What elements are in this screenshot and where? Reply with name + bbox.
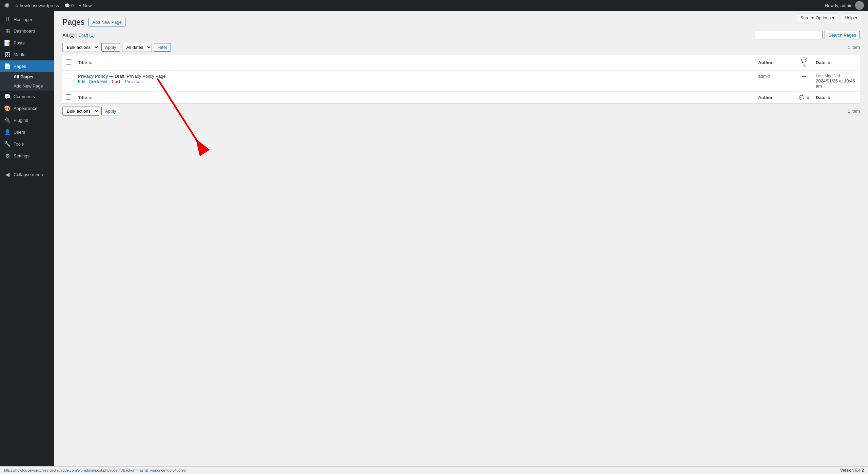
- bulk-actions-top-select[interactable]: Bulk actions: [62, 43, 99, 52]
- add-new-page-button[interactable]: Add New Page: [88, 18, 125, 26]
- settings-icon: ⚙: [4, 153, 11, 159]
- date-label: Last Modified: [816, 74, 856, 78]
- sidebar-pages-label: Pages: [14, 64, 26, 69]
- footer-author-header: Author: [755, 92, 795, 104]
- filter-link-all[interactable]: All (1): [62, 33, 75, 38]
- footer-select-all-checkbox[interactable]: [66, 94, 71, 100]
- plugins-icon: 🔌: [4, 117, 11, 124]
- table-header: Title ⇅ Author 💬 ⇅ Date ⇅: [62, 55, 860, 71]
- all-dates-select[interactable]: All dates: [122, 43, 152, 52]
- apply-top-button[interactable]: Apply: [101, 43, 120, 52]
- title-column-header[interactable]: Title ⇅: [75, 55, 755, 71]
- footer-date-header[interactable]: Date ⇅: [812, 92, 860, 104]
- sidebar-media-label: Media: [14, 52, 25, 57]
- sidebar-item-settings[interactable]: ⚙ Settings: [0, 150, 54, 162]
- page-subtitle: — Draft, Privacy Policy Page: [109, 74, 166, 79]
- author-link[interactable]: admin: [758, 74, 770, 79]
- sidebar-item-posts[interactable]: 📝 Posts: [0, 37, 54, 49]
- table-footer-header-row: Title ⇅ Author 💬 ⇅ Date ⇅: [62, 92, 860, 104]
- avatar[interactable]: [855, 1, 864, 10]
- row-author-cell: admin: [755, 71, 795, 92]
- footer-title-header[interactable]: Title ⇅: [75, 92, 755, 104]
- posts-icon: 📝: [4, 40, 11, 46]
- sidebar-item-hostinger[interactable]: H Hostinger: [0, 14, 54, 25]
- footer-comment-header-icon: 💬: [799, 95, 804, 100]
- sidebar-item-dashboard[interactable]: ⊞ Dashboard: [0, 25, 54, 37]
- site-name-text: howtousewordpress: [20, 3, 59, 8]
- sidebar-settings-label: Settings: [14, 153, 29, 158]
- sidebar-item-pages[interactable]: 📄 Pages: [0, 60, 54, 72]
- sidebar-item-plugins[interactable]: 🔌 Plugins: [0, 114, 54, 126]
- users-icon: 👤: [4, 129, 11, 135]
- sidebar-collapse-label: Collapse menu: [14, 172, 43, 177]
- new-content-link[interactable]: + New: [79, 3, 92, 8]
- screen-options-label: Screen Options: [801, 15, 831, 20]
- comments-column-header[interactable]: 💬 ⇅: [795, 55, 812, 71]
- screen-options-button[interactable]: Screen Options ▾: [797, 14, 839, 22]
- item-count-top: 1 item: [848, 45, 860, 50]
- sidebar-sub-add-new-page[interactable]: Add New Page: [0, 81, 54, 91]
- dashboard-icon: ⊞: [4, 28, 11, 34]
- status-url: https://howtousewordpress.gedlecadde.com…: [4, 468, 186, 472]
- table-row: Privacy Policy — Draft, Privacy Policy P…: [62, 71, 860, 92]
- sidebar-comments-label: Comments: [14, 94, 35, 99]
- sidebar-users-label: Users: [14, 130, 25, 135]
- screen-options-arrow-icon: ▾: [832, 15, 834, 20]
- trash-action[interactable]: Trash: [111, 79, 121, 84]
- search-pages-button[interactable]: Search Pages: [825, 31, 860, 39]
- main-content: Pages Add New Page All (1) | Draft (1) S…: [54, 11, 868, 474]
- bulk-actions-bottom-select[interactable]: Bulk actions: [62, 107, 99, 116]
- page-header-left: Pages Add New Page: [62, 18, 125, 27]
- pages-table: Title ⇅ Author 💬 ⇅ Date ⇅: [62, 55, 860, 104]
- footer-comments-sort-icon: ⇅: [806, 96, 809, 100]
- page-title-link[interactable]: Privacy Policy: [78, 74, 108, 79]
- main-layout: H Hostinger ⊞ Dashboard 📝 Posts 🖼 Media …: [0, 11, 868, 474]
- row-checkbox[interactable]: [66, 74, 71, 79]
- preview-action[interactable]: Preview: [125, 79, 140, 84]
- sidebar-plugins-label: Plugins: [14, 118, 28, 123]
- sidebar-item-collapse[interactable]: ◀ Collapse menu: [0, 169, 54, 181]
- wp-logo-icon[interactable]: ✺: [4, 1, 10, 10]
- row-actions: Edit | Quick Edit | Trash | Preview: [78, 79, 751, 84]
- sidebar-sub-all-pages[interactable]: All Pages: [0, 72, 54, 81]
- row-sep-2: |: [109, 79, 110, 84]
- filter-link-draft[interactable]: Draft (1): [79, 33, 95, 38]
- select-all-column: [62, 55, 75, 71]
- apply-bottom-button[interactable]: Apply: [101, 107, 120, 115]
- sidebar-item-appearance[interactable]: 🎨 Appearance: [0, 102, 54, 114]
- admin-top-bar: ✺ ⌂ howtousewordpress 💬 0 + New Howdy, a…: [0, 0, 868, 11]
- row-sep-1: |: [86, 79, 87, 84]
- row-comments-cell: —: [795, 71, 812, 92]
- row-title-cell: Privacy Policy — Draft, Privacy Policy P…: [75, 71, 755, 92]
- top-bar-right: Howdy, admin: [825, 1, 864, 10]
- help-label: Help: [845, 15, 854, 20]
- media-icon: 🖼: [4, 52, 11, 58]
- footer-comments-header[interactable]: 💬 ⇅: [795, 92, 812, 104]
- sidebar-item-media[interactable]: 🖼 Media: [0, 49, 54, 60]
- edit-action[interactable]: Edit: [78, 79, 85, 84]
- appearance-icon: 🎨: [4, 105, 11, 112]
- search-area: Search Pages: [755, 31, 860, 39]
- sidebar-hostinger-label: Hostinger: [14, 17, 33, 22]
- sidebar-item-users[interactable]: 👤 Users: [0, 126, 54, 138]
- search-pages-input[interactable]: [755, 31, 823, 39]
- date-column-header[interactable]: Date ⇅: [812, 55, 860, 71]
- site-name-link[interactable]: ⌂ howtousewordpress: [15, 3, 59, 8]
- table-body: Privacy Policy — Draft, Privacy Policy P…: [62, 71, 860, 104]
- sidebar-appearance-label: Appearance: [14, 106, 37, 111]
- date-info: Last Modified 2024/01/26 at 10:46 am: [816, 74, 856, 89]
- select-all-checkbox[interactable]: [66, 59, 71, 65]
- quick-edit-action[interactable]: Quick Edit: [89, 79, 107, 84]
- row-checkbox-cell: [62, 71, 75, 92]
- sidebar-item-tools[interactable]: 🔧 Tools: [0, 138, 54, 150]
- item-count-bottom: 1 item: [848, 109, 860, 114]
- sidebar-item-comments[interactable]: 💬 Comments: [0, 91, 54, 102]
- top-toolbar: Bulk actions Apply All dates Filter 1 it…: [62, 43, 860, 52]
- filter-row: All (1) | Draft (1) Search Pages: [62, 31, 860, 39]
- plus-icon: + New: [79, 3, 92, 8]
- table-wrapper: Title ⇅ Author 💬 ⇅ Date ⇅: [62, 55, 860, 104]
- help-button[interactable]: Help ▾: [841, 14, 861, 22]
- comments-link[interactable]: 💬 0: [64, 3, 74, 8]
- top-right-buttons: Screen Options ▾ Help ▾: [797, 14, 861, 22]
- filter-button[interactable]: Filter: [154, 43, 171, 52]
